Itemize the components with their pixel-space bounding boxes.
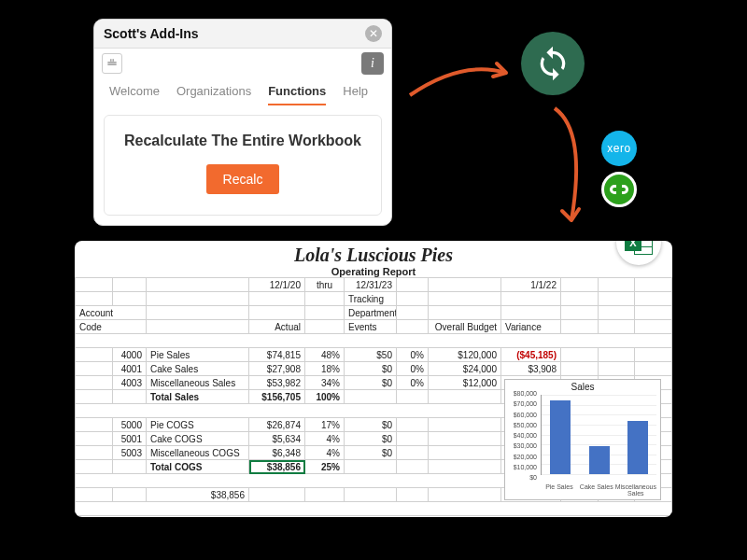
report-title: Operating Report	[75, 266, 672, 277]
arrow-to-sync-icon	[405, 62, 517, 112]
tab-functions[interactable]: Functions	[268, 84, 326, 105]
info-icon[interactable]: i	[361, 52, 384, 75]
addin-tabs: Welcome Organizations Functions Help	[94, 75, 391, 105]
company-name: Lola's Luscious Pies	[75, 241, 672, 266]
arrow-to-sheet-icon	[545, 103, 601, 237]
xero-icon: xero	[601, 131, 637, 166]
tab-organizations[interactable]: Organizations	[176, 84, 251, 105]
sales-chart[interactable]: Sales $0$10,000$20,000$30,000$40,000$50,…	[504, 379, 661, 500]
table-row: Code Actual Events Overall Budget Varian…	[76, 320, 672, 334]
table-row: Tracking	[76, 292, 672, 306]
addin-header: Scott's Add-Ins ✕	[94, 20, 391, 49]
table-row: Account Department	[76, 306, 672, 320]
pin-icon[interactable]	[102, 53, 122, 74]
addin-body: Recalculate The Entire Workbook Recalc	[104, 115, 382, 216]
spreadsheet: Lola's Luscious Pies Operating Report 12…	[75, 241, 672, 517]
chart-bar	[550, 400, 571, 474]
tab-help[interactable]: Help	[343, 84, 368, 105]
table-row: 12/1/20 thru 12/31/23 1/1/22	[76, 278, 672, 292]
recalc-heading: Recalculate The Entire Workbook	[114, 133, 372, 149]
addin-toolbar: i	[94, 49, 391, 75]
table-row	[76, 502, 672, 516]
table-row: 4001Cake Sales $27,90818% $00% $24,000$3…	[76, 362, 672, 376]
chart-bar	[627, 421, 648, 474]
recalc-button[interactable]: Recalc	[206, 164, 280, 194]
close-icon[interactable]: ✕	[365, 25, 382, 42]
table-row	[76, 516, 672, 518]
chart-y-axis: $0$10,000$20,000$30,000$40,000$50,000$60…	[505, 393, 539, 477]
sync-icon[interactable]	[521, 32, 585, 95]
table-row	[76, 334, 672, 348]
table-row: 4000Pie Sales $74,81548% $500% $120,000(…	[76, 348, 672, 362]
addin-panel: Scott's Add-Ins ✕ i Welcome Organization…	[93, 19, 392, 226]
chart-bar	[589, 446, 610, 474]
tab-welcome[interactable]: Welcome	[109, 84, 160, 105]
chart-x-axis: Pie SalesCake SalesMiscellaneous Sales	[541, 483, 656, 497]
quickbooks-icon	[601, 172, 637, 207]
selected-cell: $38,856	[249, 460, 305, 474]
chart-area	[541, 395, 656, 475]
brand-icons: xero	[601, 131, 637, 213]
addin-title: Scott's Add-Ins	[104, 26, 365, 41]
